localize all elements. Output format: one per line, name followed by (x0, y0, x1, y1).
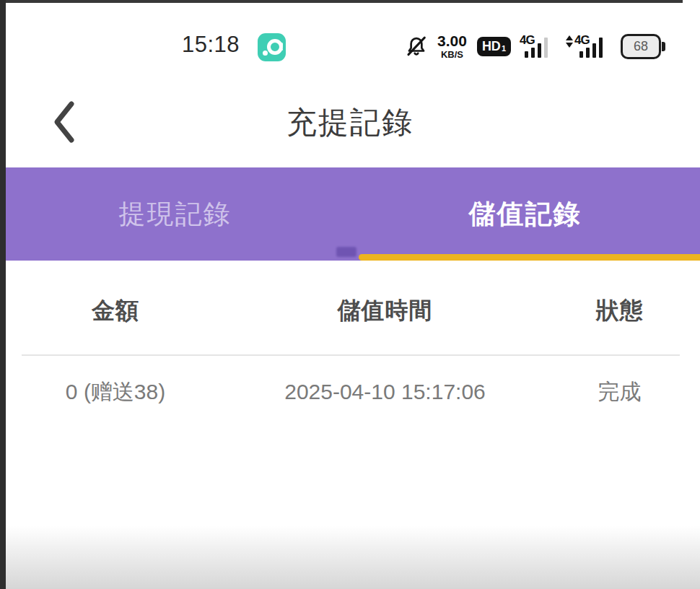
active-tab-indicator (359, 254, 700, 261)
signal-bar (525, 51, 528, 58)
volte-hd-badge: HD 1 (477, 37, 511, 56)
cell-deposit-time: 2025-04-10 15:17:06 (231, 380, 539, 404)
disc-tick (281, 48, 283, 51)
signal-bar (592, 43, 596, 58)
disc-dot (263, 51, 268, 56)
sim1-signal-icon: 4G (520, 33, 557, 59)
signal-bar (599, 38, 603, 58)
column-amount: 金額 (0, 295, 231, 327)
tab-deposit-records[interactable]: 儲值記錄 (350, 167, 700, 261)
table-divider (22, 354, 680, 356)
column-deposit-time: 儲值時間 (231, 295, 539, 327)
sim2-signal-icon: 4G (566, 33, 612, 59)
network-speed-value: 3.00 (437, 33, 467, 48)
indicator-artifact (336, 247, 356, 257)
signal-bar-empty (544, 38, 548, 58)
table-row[interactable]: 0 (赠送38) 2025-04-10 15:17:06 完成 (0, 370, 700, 414)
signal-bar (579, 51, 583, 58)
signal-bar (538, 43, 541, 58)
cell-amount: 0 (赠送38) (0, 378, 231, 407)
battery-icon: 68 (621, 34, 665, 59)
tab-withdrawal-records[interactable]: 提現記錄 (0, 167, 350, 261)
signal-bar (531, 48, 535, 58)
disc-app-icon (258, 33, 286, 61)
notification-muted-icon (404, 33, 429, 59)
cell-status: 完成 (539, 378, 700, 407)
status-time: 15:18 (182, 32, 240, 58)
battery-nub (662, 42, 665, 51)
page-header: 充提記錄 (0, 85, 700, 165)
sim1-network-label: 4G (520, 33, 535, 48)
signal-bar (586, 48, 590, 58)
sim2-network-label: 4G (574, 33, 590, 48)
network-speed-unit: KB/S (437, 50, 467, 59)
table-header: 金額 儲值時間 狀態 (0, 287, 700, 335)
volte-sim-index: 1 (502, 45, 506, 53)
page-title: 充提記錄 (0, 102, 700, 143)
disc-tick (281, 43, 283, 46)
network-speed: 3.00 KB/S (437, 33, 467, 59)
status-icons: 3.00 KB/S HD 1 4G 4G (404, 26, 665, 66)
status-bar: 15:18 3.00 KB/S HD 1 4G (0, 26, 700, 66)
battery-percent: 68 (621, 34, 661, 59)
frame-top-edge (0, 0, 683, 3)
frame-left-edge (0, 0, 6, 589)
column-status: 狀態 (539, 295, 700, 327)
phone-screen: 15:18 3.00 KB/S HD 1 4G (0, 0, 700, 589)
bottom-shadow (0, 525, 700, 589)
data-transfer-arrows-icon (566, 35, 572, 48)
volte-hd-label: HD (482, 40, 501, 53)
disc-ring (267, 39, 283, 55)
records-tab-bar: 提現記錄 儲值記錄 (0, 167, 700, 261)
